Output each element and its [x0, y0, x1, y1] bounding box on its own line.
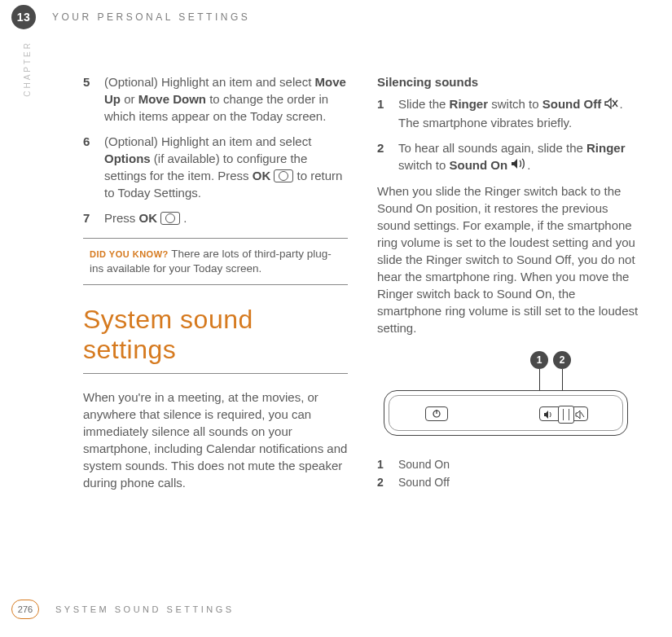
- ringer-switch: [539, 406, 588, 421]
- step-body: Slide the Ringer switch to Sound Off . T…: [398, 95, 642, 131]
- step-body: (Optional) Highlight an item and select …: [104, 133, 348, 201]
- sound-off-icon: [604, 96, 619, 113]
- legend-number: 2: [377, 475, 389, 491]
- text: (Optional) Highlight an item and select: [104, 134, 311, 148]
- step-number: 1: [377, 95, 389, 131]
- text: or: [121, 92, 138, 106]
- right-column: Silencing sounds 1 Slide the Ringer swit…: [377, 73, 642, 498]
- bold-text: OK: [139, 211, 158, 225]
- step-1: 1 Slide the Ringer switch to Sound Off .…: [377, 95, 642, 131]
- left-column: 5 (Optional) Highlight an item and selec…: [83, 73, 348, 498]
- intro-paragraph: When you're in a meeting, at the movies,…: [83, 389, 348, 491]
- device-figure: 1 2: [377, 351, 636, 449]
- did-you-know-callout: DID YOU KNOW? There are lots of third-pa…: [83, 238, 348, 285]
- ok-button-icon: [274, 169, 293, 182]
- chapter-number-badge: 13: [11, 5, 36, 29]
- ringer-slider-handle: [558, 406, 574, 424]
- step-body: Press OK .: [104, 209, 348, 226]
- legend-item: 1 Sound On: [377, 457, 642, 473]
- text: Slide the: [398, 97, 450, 111]
- legend-text: Sound Off: [398, 475, 450, 491]
- legend-item: 2 Sound Off: [377, 475, 642, 491]
- text: .: [180, 211, 187, 225]
- step-5: 5 (Optional) Highlight an item and selec…: [83, 73, 348, 125]
- section-title: System sound settings: [83, 305, 348, 365]
- text: switch to: [398, 158, 450, 172]
- bold-text: Move Down: [138, 92, 206, 106]
- ok-button-icon: [160, 212, 180, 225]
- text: Press: [104, 211, 139, 225]
- page-footer: 276 SYSTEM SOUND SETTINGS: [11, 600, 235, 619]
- text: switch to: [488, 97, 542, 111]
- step-7: 7 Press OK .: [83, 209, 348, 226]
- bold-text: Ringer: [450, 97, 489, 111]
- bold-text: Sound On: [450, 158, 508, 172]
- power-button-icon: [425, 406, 448, 421]
- bold-text: Ringer: [586, 141, 626, 155]
- step-2: 2 To hear all sounds again, slide the Ri…: [377, 139, 642, 175]
- footer-title: SYSTEM SOUND SETTINGS: [55, 604, 235, 614]
- callout-label: DID YOU KNOW?: [90, 249, 169, 259]
- text: To hear all sounds again, slide the: [398, 141, 586, 155]
- device-outline: [384, 390, 628, 436]
- step-body: (Optional) Highlight an item and select …: [104, 73, 348, 125]
- bold-text: Sound Off: [542, 97, 601, 111]
- bold-text: OK: [253, 169, 271, 182]
- step-body: To hear all sounds again, slide the Ring…: [398, 139, 642, 175]
- chapter-label-vertical: CHAPTER: [23, 41, 32, 97]
- sound-on-icon: [511, 156, 527, 174]
- text: (Optional) Highlight an item and select: [104, 75, 314, 89]
- page-number: 276: [11, 600, 39, 619]
- figure-callout-2: 2: [553, 351, 571, 369]
- step-6: 6 (Optional) Highlight an item and selec…: [83, 133, 348, 201]
- text: .: [527, 158, 530, 172]
- header-title: YOUR PERSONAL SETTINGS: [52, 11, 250, 23]
- section-rule: [83, 373, 348, 374]
- explanation-paragraph: When you slide the Ringer switch back to…: [377, 182, 642, 336]
- step-number: 2: [377, 139, 389, 175]
- step-number: 5: [83, 73, 94, 125]
- figure-callout-1: 1: [530, 351, 548, 369]
- legend-text: Sound On: [398, 457, 450, 473]
- subheading: Silencing sounds: [377, 73, 642, 90]
- step-number: 6: [83, 133, 94, 201]
- svg-line-4: [581, 412, 584, 417]
- page-content: 5 (Optional) Highlight an item and selec…: [83, 73, 645, 498]
- legend-number: 1: [377, 457, 389, 473]
- figure-legend: 1 Sound On 2 Sound Off: [377, 457, 642, 490]
- step-number: 7: [83, 209, 94, 226]
- bold-text: Options: [104, 152, 151, 165]
